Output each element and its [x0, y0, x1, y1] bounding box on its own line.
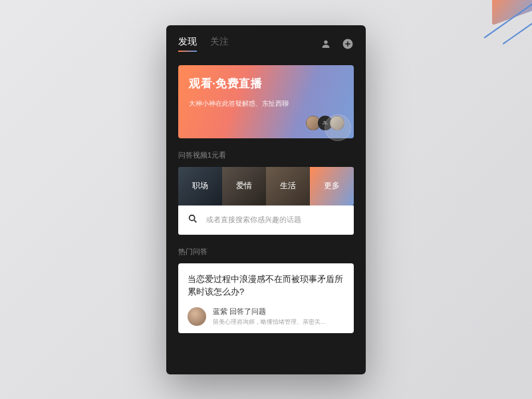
category-career[interactable]: 职场	[178, 167, 222, 205]
app-screen: 发现 关注 观看·免费直播 大神小神在此答疑解惑、东扯西聊 JL 问答视频1元看…	[166, 25, 366, 374]
svg-point-0	[324, 40, 327, 43]
avatar	[188, 307, 206, 326]
search-icon	[188, 213, 198, 227]
search-placeholder: 或者直接搜索你感兴趣的话题	[206, 215, 301, 225]
tab-follow[interactable]: 关注	[210, 36, 229, 52]
section-hot-label: 热门问答	[166, 235, 366, 263]
top-tabs: 发现 关注	[166, 25, 366, 59]
svg-line-5	[194, 220, 196, 222]
profile-icon[interactable]	[321, 39, 331, 49]
banner-title: 观看·免费直播	[189, 76, 343, 91]
hot-user-line: 蓝紫 回答了问题	[213, 307, 326, 317]
tab-discover[interactable]: 发现	[178, 36, 197, 52]
banner-subtitle: 大神小神在此答疑解惑、东扯西聊	[189, 99, 343, 108]
hot-question-card[interactable]: 当恋爱过程中浪漫感不在而被琐事矛盾所累时该怎么办? 蓝紫 回答了问题 留美心理咨…	[178, 263, 354, 333]
hot-meta: 蓝紫 回答了问题 留美心理咨询师，略懂情绪管理、亲密关...	[188, 307, 344, 327]
category-more[interactable]: 更多	[310, 167, 354, 205]
category-life[interactable]: 生活	[266, 167, 310, 205]
search-input[interactable]: 或者直接搜索你感兴趣的话题	[178, 205, 354, 235]
hot-question-title: 当恋爱过程中浪漫感不在而被琐事矛盾所累时该怎么办?	[188, 273, 344, 299]
svg-rect-3	[345, 43, 350, 45]
hot-user-bio: 留美心理咨询师，略懂情绪管理、亲密关...	[213, 318, 326, 327]
section-video-label: 问答视频1元看	[166, 138, 366, 167]
live-banner[interactable]: 观看·免费直播 大神小神在此答疑解惑、东扯西聊 JL	[178, 65, 354, 138]
svg-point-4	[190, 215, 195, 220]
category-love[interactable]: 爱情	[222, 167, 266, 205]
category-row: 职场 爱情 生活 更多	[178, 167, 354, 205]
add-icon[interactable]	[342, 38, 354, 50]
touch-indicator	[325, 114, 351, 141]
